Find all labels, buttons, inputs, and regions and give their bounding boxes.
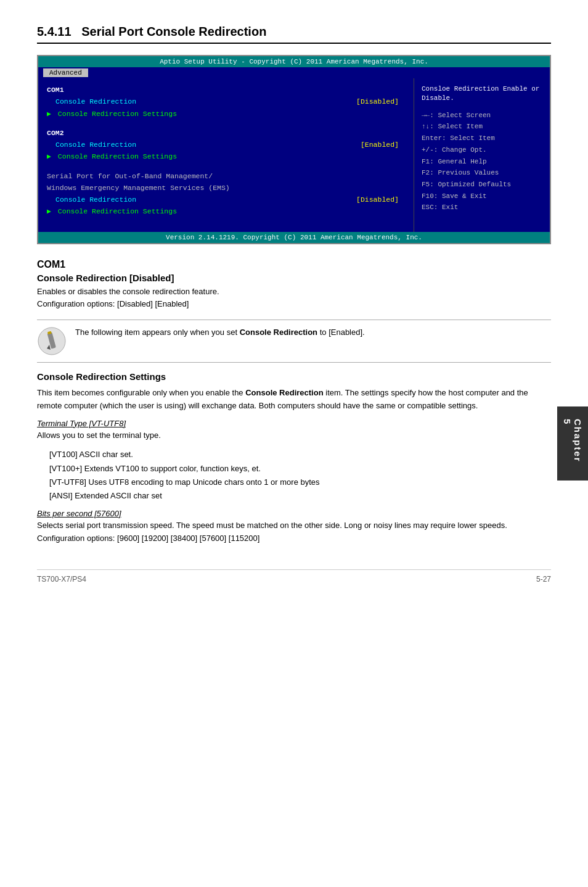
option-vt100: [VT100] ASCII char set. [49, 448, 551, 461]
com1-group: COM1 Console Redirection [Disabled] ▶ Co… [47, 85, 405, 119]
option-vt100plus: [VT100+] Extends VT100 to support color,… [49, 462, 551, 476]
bios-key-help: →←: Select Screen ↑↓: Select Item Enter:… [422, 110, 542, 213]
keyhelp-select-screen: →←: Select Screen [422, 110, 542, 122]
option-vtutf8: [VT-UTF8] Uses UTF8 encoding to map Unic… [49, 476, 551, 489]
terminal-type-desc: Allows you to set the terminal type. [37, 429, 551, 442]
outofband-line2: Windows Emergency Management Services (E… [47, 183, 405, 193]
bios-left-panel: COM1 Console Redirection [Disabled] ▶ Co… [38, 78, 414, 232]
settings-section: Console Redirection Settings This item b… [37, 371, 551, 545]
section-title: 5.4.11 Serial Port Console Redirection [37, 25, 551, 44]
bios-tab-bar: Advanced [38, 67, 550, 78]
bios-right-panel: Consloe Redirection Enable or Disable. →… [414, 78, 550, 232]
keyhelp-enter: Enter: Select Item [422, 133, 542, 144]
console-redirection-desc1: Enables or disables the console redirect… [37, 286, 551, 311]
keyhelp-f10: F10: Save & Exit [422, 191, 542, 202]
terminal-type-label: Terminal Type [VT-UTF8] [37, 419, 551, 428]
section-title-text: Serial Port Console Redirection [81, 25, 266, 38]
bios-advanced-tab: Advanced [43, 68, 88, 77]
option-ansi: [ANSI] Extended ASCII char set [49, 489, 551, 503]
bios-screenshot: Aptio Setup Utility - Copyright (C) 2011… [37, 55, 551, 244]
console-redirection-heading: Console Redirection [Disabled] [37, 273, 551, 283]
bios-help-text: Consloe Redirection Enable or Disable. [422, 85, 542, 104]
chapter-sidebar: Chapter 5 [557, 406, 588, 481]
outofband-redirection-row: Console Redirection [Disabled] [47, 194, 405, 205]
settings-heading: Console Redirection Settings [37, 371, 551, 382]
outofband-line1: Serial Port for Out-of-Band Management/ [47, 171, 405, 181]
bios-header: Aptio Setup Utility - Copyright (C) 2011… [38, 56, 550, 67]
keyhelp-f5: F5: Optimized Defaults [422, 179, 542, 191]
outofband-group: Serial Port for Out-of-Band Management/ … [47, 171, 405, 217]
com1-submenu: ▶ Console Redirection Settings [47, 109, 405, 119]
bios-footer: Version 2.14.1219. Copyright (C) 2011 Am… [38, 232, 550, 243]
footer-right: 5-27 [536, 575, 551, 584]
keyhelp-f1: F1: General Help [422, 156, 542, 168]
com1-section-heading: COM1 [37, 259, 551, 270]
bits-per-second-desc: Selects serial port transmission speed. … [37, 519, 551, 545]
page-footer: TS700-X7/PS4 5-27 [37, 569, 551, 584]
note-box: The following item appears only when you… [37, 320, 551, 363]
com1-redirection-row: Console Redirection [Disabled] [47, 96, 405, 107]
com2-redirection-row: Console Redirection [Enabled] [47, 139, 405, 150]
com1-label: COM1 [47, 85, 405, 95]
outofband-submenu: ▶ Console Redirection Settings [47, 206, 405, 217]
com2-submenu: ▶ Console Redirection Settings [47, 151, 405, 162]
keyhelp-change: +/-: Change Opt. [422, 144, 542, 156]
bios-body: COM1 Console Redirection [Disabled] ▶ Co… [38, 78, 550, 232]
footer-left: TS700-X7/PS4 [37, 575, 86, 584]
keyhelp-select-item: ↑↓: Select Item [422, 121, 542, 133]
note-pencil-icon [37, 326, 67, 356]
section-number: 5.4.11 [37, 25, 71, 38]
settings-body: This item becomes configurable only when… [37, 387, 551, 413]
bits-per-second-label: Bits per second [57600] [37, 509, 551, 518]
terminal-type-options: [VT100] ASCII char set. [VT100+] Extends… [49, 448, 551, 502]
com2-label: COM2 [47, 128, 405, 138]
keyhelp-esc: ESC: Exit [422, 202, 542, 213]
bits-per-second-section: Bits per second [57600] Selects serial p… [37, 509, 551, 545]
com2-group: COM2 Console Redirection [Enabled] ▶ Con… [47, 128, 405, 162]
note-text: The following item appears only when you… [75, 326, 365, 339]
keyhelp-f2: F2: Previous Values [422, 167, 542, 179]
terminal-type-section: Terminal Type [VT-UTF8] Allows you to se… [37, 419, 551, 503]
